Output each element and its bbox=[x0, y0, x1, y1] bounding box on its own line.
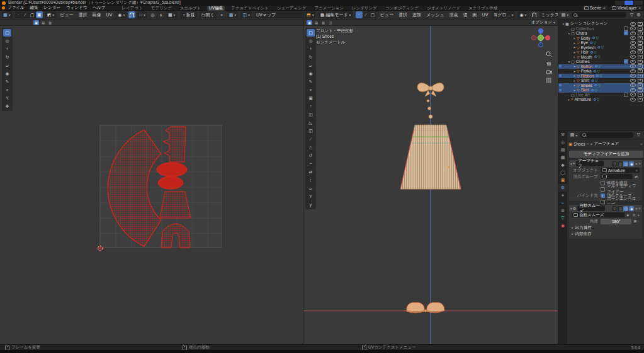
uv-sticky-select-dropdown[interactable]: ◩▾ bbox=[45, 11, 57, 18]
properties-tab-modifiers[interactable]: ⚙ bbox=[558, 184, 567, 192]
uv-proportional-edit-toggle[interactable]: ◎ bbox=[149, 11, 156, 18]
uv-new-image-button[interactable]: ＋ 新規 bbox=[180, 11, 197, 18]
viewport-menu-item[interactable]: 追加 bbox=[412, 12, 421, 18]
properties-tab-physics[interactable]: ≈ bbox=[558, 199, 567, 207]
properties-tab-object[interactable]: ▣ bbox=[558, 176, 567, 184]
disable-render-icon[interactable] bbox=[638, 26, 643, 31]
clear-object-icon[interactable]: × bbox=[635, 168, 638, 173]
properties-tab-render[interactable]: ◎ bbox=[558, 139, 567, 146]
outliner-row-eyelash[interactable]: ▸▽Eyelash⚙▽ bbox=[558, 45, 644, 50]
modifier-render-toggle[interactable]: ◉ bbox=[629, 206, 634, 211]
attribute-toggle-icon[interactable]: ⊞ bbox=[632, 219, 638, 224]
viewport-menu-item[interactable]: メッシュ bbox=[426, 12, 444, 18]
viewport-menu-item[interactable]: ビュー bbox=[380, 12, 393, 18]
hide-viewport-icon[interactable] bbox=[630, 50, 636, 54]
breadcrumb-object[interactable]: Shoes bbox=[573, 142, 585, 146]
vp-measure-tool[interactable]: ⌖ bbox=[307, 86, 315, 94]
properties-tab-particles[interactable]: ∗ bbox=[558, 192, 567, 199]
uv-island-arch[interactable] bbox=[161, 224, 190, 248]
workspace-tab[interactable]: テクスチャペイント bbox=[229, 6, 271, 11]
workspace-tab[interactable]: スクリプト作成 bbox=[466, 6, 499, 11]
snap-toggle[interactable] bbox=[531, 11, 538, 18]
outliner-row-eye[interactable]: ▸▽Eye⚙▽ bbox=[558, 40, 644, 45]
properties-search-input[interactable] bbox=[580, 132, 633, 138]
vp-poly-build-tool[interactable]: △ bbox=[307, 144, 315, 151]
outliner-row-parka[interactable]: ▸▽Parka⚙▽ bbox=[558, 69, 644, 74]
uv-island-strip[interactable] bbox=[163, 127, 186, 162]
vp-tool-setting-icon-4[interactable]: ◫ bbox=[327, 20, 333, 25]
uv-proportional-falloff-dropdown[interactable]: ∧ bbox=[157, 11, 164, 18]
viewlayer-selector[interactable]: ViewLayer × bbox=[610, 6, 643, 10]
workspace-tab[interactable]: モデリング bbox=[149, 6, 174, 11]
disable-render-icon[interactable] bbox=[638, 69, 643, 74]
preserve-volume-checkbox[interactable] bbox=[601, 181, 605, 185]
modifier-realtime-toggle[interactable]: ◫ bbox=[618, 206, 623, 211]
modifier-viewport-toggle[interactable]: ◫ bbox=[623, 206, 628, 211]
uv-pin-image-icon[interactable]: ⌖ bbox=[218, 11, 225, 18]
viewlayer-remove-icon[interactable]: × bbox=[638, 6, 641, 10]
disable-render-icon[interactable] bbox=[638, 64, 643, 69]
properties-tab-view-layer[interactable]: ▦ bbox=[558, 154, 567, 161]
fake-user-icon[interactable]: ◈ bbox=[625, 212, 630, 217]
uv-scale-tool[interactable]: ▱ bbox=[3, 62, 11, 69]
outliner-row-ribbon[interactable]: ▸▽Ribbon⚙▽ bbox=[558, 74, 644, 79]
uv-gizmo-dropdown[interactable]: ▩▾ bbox=[227, 11, 239, 18]
hide-viewport-icon[interactable] bbox=[630, 64, 636, 68]
uv-tool-setting-icon-1[interactable]: ▣ bbox=[33, 20, 39, 25]
menubar-item[interactable]: ヘルプ bbox=[93, 5, 105, 11]
transform-orientation-dropdown[interactable]: ⇅ グロ...▾ bbox=[492, 11, 515, 18]
workspace-tab[interactable]: シェーディング bbox=[275, 6, 308, 11]
uv-cursor-tool[interactable]: ◎ bbox=[3, 37, 11, 45]
vp-transform-tool[interactable]: ◉ bbox=[307, 70, 315, 78]
vertex-select-icon[interactable]: · bbox=[356, 11, 363, 18]
properties-tab-material[interactable]: ◉ bbox=[558, 222, 567, 229]
vp-add-cube-tool[interactable]: ▣ bbox=[307, 95, 315, 102]
uv-rip-region-tool[interactable]: Y bbox=[3, 95, 11, 102]
uv-island-trapezoid[interactable] bbox=[160, 192, 191, 218]
hide-viewport-icon[interactable] bbox=[630, 79, 636, 83]
properties-tab-output[interactable]: ▤ bbox=[558, 146, 567, 154]
menubar-item[interactable]: 編集 bbox=[30, 5, 38, 11]
uv-rotate-tool[interactable]: ↻ bbox=[3, 54, 11, 61]
vp-rip-edge-tool[interactable]: y bbox=[307, 201, 315, 209]
collection-checkbox[interactable] bbox=[624, 26, 628, 31]
vp-edge-slide-tool[interactable]: ⇄ bbox=[307, 168, 315, 176]
vp-cursor-tool[interactable]: ◎ bbox=[307, 37, 315, 45]
workspace-tab[interactable]: レイアウト bbox=[120, 6, 144, 11]
properties-tab-world[interactable]: ◯ bbox=[558, 169, 567, 176]
workspace-tab[interactable]: スカルプト bbox=[178, 6, 203, 11]
hide-viewport-icon[interactable] bbox=[630, 41, 636, 45]
uv-select-island-icon[interactable]: ▣ bbox=[36, 11, 43, 18]
disable-render-icon[interactable] bbox=[638, 93, 643, 97]
hide-viewport-icon[interactable] bbox=[630, 83, 636, 87]
uv-menu-item[interactable]: 画像 bbox=[93, 12, 101, 18]
outliner-row-clothes[interactable]: ▾▢Clothes✓ bbox=[558, 59, 644, 64]
outliner-filter-icon[interactable]: ▽ bbox=[629, 12, 635, 18]
disable-render-icon[interactable] bbox=[638, 88, 643, 93]
uv-transform-tool[interactable]: ◉ bbox=[3, 70, 11, 78]
disable-render-icon[interactable] bbox=[638, 55, 643, 59]
disable-render-icon[interactable] bbox=[638, 50, 643, 55]
snap-settings-dropdown[interactable]: ミックス▾ bbox=[539, 11, 558, 18]
uv-image-browser-dropdown[interactable]: ▦▾ bbox=[166, 11, 178, 18]
outliner-row-collection[interactable]: ▢Collection bbox=[558, 26, 644, 32]
disable-render-icon[interactable] bbox=[638, 98, 643, 102]
uv-select-edge-icon[interactable]: ∕ bbox=[22, 11, 29, 18]
uv-tool-setting-icon-3[interactable]: ▥ bbox=[47, 20, 53, 25]
close-button[interactable] bbox=[634, 1, 643, 5]
vp-spin-tool[interactable]: ↺ bbox=[307, 152, 315, 159]
outliner-display-mode-dropdown[interactable]: ▤▾ bbox=[561, 12, 569, 18]
edge-select-icon[interactable]: ∕ bbox=[363, 11, 370, 18]
disable-render-icon[interactable] bbox=[638, 22, 643, 26]
disable-render-icon[interactable] bbox=[638, 83, 643, 88]
hide-viewport-icon[interactable] bbox=[630, 36, 636, 40]
skirt-selected-vertex[interactable] bbox=[448, 166, 449, 168]
expand-icon[interactable]: ▾ bbox=[570, 207, 572, 211]
disable-render-icon[interactable] bbox=[638, 36, 643, 40]
maximize-button[interactable] bbox=[624, 1, 633, 5]
hide-viewport-icon[interactable] bbox=[630, 69, 636, 73]
face-select-icon[interactable]: ▢ bbox=[370, 11, 376, 18]
uv-editor-type-dropdown[interactable]: ▦▾ bbox=[1, 11, 13, 18]
vp-rip-region-tool[interactable]: Y bbox=[307, 193, 315, 200]
hide-viewport-icon[interactable] bbox=[630, 88, 636, 92]
